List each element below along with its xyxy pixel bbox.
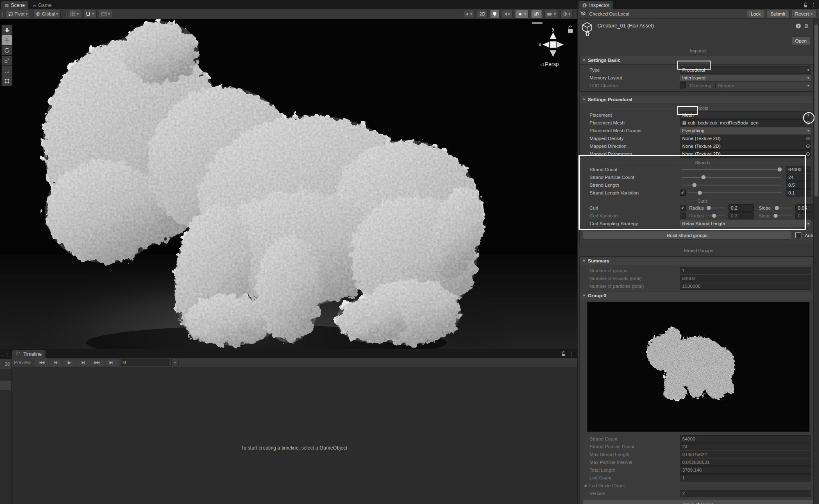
mapped-density-field[interactable]: None (Texture 2D) ⊙ bbox=[680, 135, 811, 142]
mesh-groups-dropdown[interactable]: Everything ▾ bbox=[680, 127, 811, 134]
length-variation-value[interactable]: 0.1 bbox=[786, 189, 811, 197]
curl-sampling-dropdown[interactable]: Relax Strand Length ▾ bbox=[680, 220, 811, 227]
help-icon[interactable]: ? bbox=[796, 23, 801, 29]
grid-icon bbox=[70, 11, 76, 17]
increment-snap-button[interactable]: ▾ bbox=[83, 10, 97, 18]
strand-length-slider[interactable] bbox=[681, 185, 782, 185]
preview-toggle[interactable]: Preview bbox=[14, 360, 31, 365]
frame-field[interactable]: 0 bbox=[121, 359, 169, 366]
camera-settings-button[interactable]: ▾ bbox=[544, 10, 558, 18]
persp-label[interactable]: ◁ Persp bbox=[540, 61, 559, 67]
length-variation-checkbox[interactable]: ✔ bbox=[680, 190, 686, 196]
lighting-toggle[interactable] bbox=[490, 10, 499, 18]
play-button[interactable]: ▶ bbox=[63, 359, 76, 366]
go-to-end-button[interactable]: ▶▶| bbox=[91, 359, 104, 366]
gizmos-button[interactable]: ⊕ ▾ bbox=[560, 10, 573, 18]
grid-snap-button[interactable]: ▾ bbox=[68, 10, 82, 18]
strand-count-slider[interactable] bbox=[681, 169, 782, 170]
transform-icon bbox=[4, 78, 10, 84]
kebab-menu-icon[interactable]: ⋮ bbox=[569, 351, 574, 357]
timeline-icon bbox=[16, 352, 21, 356]
scene-viewport[interactable]: y x ◁ Persp bbox=[0, 19, 577, 349]
toolbar-drag-handle[interactable]: || bbox=[2, 11, 2, 17]
play-range-button[interactable]: |▶| bbox=[104, 359, 118, 366]
submit-button[interactable]: Submit bbox=[767, 10, 790, 18]
lod-guide-count-row: ▶ Lod Guide Count bbox=[580, 481, 817, 489]
pivot-button[interactable]: Pivot ▾ bbox=[6, 10, 30, 18]
tab-timeline[interactable]: Timeline bbox=[12, 350, 45, 358]
curl-radius-value[interactable]: 0.2 bbox=[728, 204, 754, 212]
settings-basic-foldout[interactable]: ▼ Settings Basic bbox=[580, 56, 817, 65]
chevron-down-icon: ▾ bbox=[56, 12, 58, 16]
curl-checkbox[interactable]: ✔ bbox=[680, 205, 686, 211]
kebab-menu-icon[interactable]: ⋮ bbox=[811, 2, 816, 8]
placement-mesh-field[interactable]: ▦ cub_body:cub_medResBody_geo ⊙ bbox=[680, 119, 811, 127]
timeline-toolbar: Preview |◀◀ |◀ ▶ ▶| ▶▶| |▶| 0 ▾ bbox=[11, 358, 577, 367]
scene-visibility-toggle[interactable] bbox=[531, 10, 542, 18]
audio-toggle[interactable] bbox=[502, 10, 513, 18]
ruler-snap-button[interactable]: ▾ bbox=[99, 10, 113, 18]
speaker-muted-icon bbox=[504, 11, 510, 16]
rotate-tool-button[interactable] bbox=[2, 45, 12, 55]
tab-scene[interactable]: ▦ Scene bbox=[1, 1, 28, 9]
revert-button[interactable]: Revert ▾ bbox=[791, 10, 817, 18]
open-button[interactable]: Open bbox=[791, 37, 811, 45]
unlocked-padlock-icon[interactable] bbox=[561, 351, 566, 357]
camera-icon bbox=[547, 12, 553, 16]
inspector-scrollbar[interactable] bbox=[813, 19, 819, 504]
next-frame-button[interactable]: ▶| bbox=[77, 359, 90, 366]
build-strand-groups-button[interactable]: Build strand groups bbox=[582, 231, 792, 240]
lod-clusters-checkbox[interactable]: ✔ bbox=[680, 82, 686, 88]
orientation-gizmo[interactable]: y x ◁ Persp bbox=[529, 19, 577, 70]
curl-variation-checkbox[interactable]: ✔ bbox=[680, 212, 686, 219]
timeline-content[interactable]: To start creating a timeline, select a G… bbox=[11, 367, 577, 503]
scrollbar-thumb[interactable] bbox=[814, 25, 818, 197]
strand-count-value[interactable]: 64000 bbox=[786, 166, 811, 173]
2d-toggle[interactable]: 2D bbox=[477, 10, 488, 18]
type-dropdown[interactable]: Procedural ▾ bbox=[680, 66, 811, 74]
unlocked-padlock-icon[interactable] bbox=[803, 2, 808, 8]
mapped-parameters-row: Mapped Parameters None (Texture 2D) ⊙ bbox=[580, 150, 817, 158]
foldout-closed-icon[interactable]: ▶ bbox=[585, 484, 588, 488]
object-picker-icon[interactable]: ⊙ bbox=[806, 136, 810, 141]
summary-foldout[interactable]: ▼ Summary bbox=[580, 257, 817, 265]
global-button[interactable]: Global ▾ bbox=[33, 10, 60, 18]
move-tool-button[interactable] bbox=[2, 35, 12, 45]
placement-dropdown[interactable]: Mesh ▾ bbox=[680, 111, 811, 119]
scale-tool-button[interactable] bbox=[2, 56, 12, 66]
previous-frame-button[interactable]: |◀ bbox=[49, 359, 62, 366]
curl-radius-slider[interactable] bbox=[706, 208, 725, 208]
mapped-direction-field[interactable]: None (Texture 2D) ⊙ bbox=[680, 142, 811, 150]
hand-tool-button[interactable] bbox=[2, 25, 12, 35]
go-to-start-button[interactable]: |◀◀ bbox=[35, 359, 48, 366]
auto-checkbox[interactable]: ✔ bbox=[795, 232, 801, 238]
strand-length-value[interactable]: 0.5 bbox=[786, 181, 811, 189]
frame-options-dropdown[interactable]: ▾ bbox=[171, 359, 179, 366]
curl-slope-slider[interactable] bbox=[773, 208, 792, 208]
rect-tool-button[interactable] bbox=[2, 66, 12, 76]
lock-button[interactable]: Lock bbox=[747, 10, 765, 18]
scene-grid-icon: ▦ bbox=[5, 2, 9, 8]
tab-game[interactable]: ∞ Game bbox=[29, 1, 55, 9]
effects-toggle[interactable]: ▾ bbox=[515, 10, 529, 18]
object-picker-icon[interactable]: ⊙ bbox=[806, 151, 810, 156]
mapped-parameters-field[interactable]: None (Texture 2D) ⊙ bbox=[680, 150, 811, 158]
group0-foldout[interactable]: ▼ Group:0 bbox=[580, 291, 817, 300]
memory-layout-dropdown[interactable]: Interleaved ▾ bbox=[680, 74, 811, 81]
save-changes-button[interactable]: Save changes bbox=[582, 500, 814, 504]
object-picker-icon[interactable]: ⊙ bbox=[806, 120, 810, 125]
strand-particle-count-slider[interactable] bbox=[681, 177, 782, 178]
settings-procedural-foldout[interactable]: ▼ Settings Procedural bbox=[580, 95, 817, 104]
kebab-menu-icon[interactable]: ⋮ bbox=[5, 352, 10, 358]
length-variation-slider[interactable] bbox=[687, 192, 782, 193]
svg-text:y: y bbox=[552, 26, 554, 32]
object-picker-icon[interactable]: ⊙ bbox=[806, 144, 810, 149]
presets-icon[interactable] bbox=[804, 23, 809, 29]
transform-tool-button[interactable] bbox=[2, 76, 12, 86]
shading-mode-button[interactable]: ◐ ▾ bbox=[464, 10, 475, 18]
hair-asset-icon: {} bbox=[580, 21, 594, 36]
chevron-down-icon: ▾ bbox=[92, 12, 94, 16]
globe-icon bbox=[36, 11, 41, 16]
strand-particle-count-value[interactable]: 24 bbox=[786, 174, 811, 181]
tab-inspector[interactable]: Inspector bbox=[579, 1, 613, 9]
